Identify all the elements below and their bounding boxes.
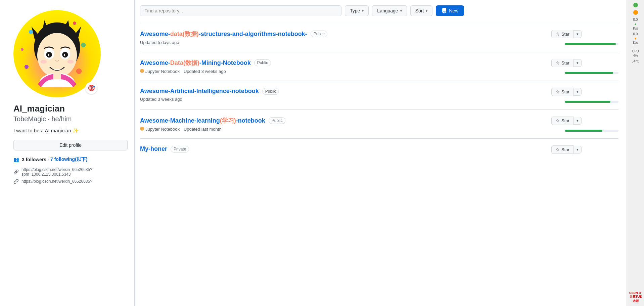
repo-meta-4: Jupyter Notebook Updated last month [140, 127, 551, 132]
star-button-5[interactable]: ☆ Star [551, 145, 574, 154]
repo-name-highlight-4: (学习) [220, 117, 236, 124]
repo-name-prefix-4: Awesome-Machine-learning [140, 117, 220, 124]
followers-icon: 👥 [13, 157, 19, 162]
type-chevron-icon: ▾ [362, 9, 364, 13]
svg-point-15 [67, 60, 74, 63]
repo-name-row-1: Awesome-data(数据)-structures-and-algorith… [140, 30, 551, 38]
language-chevron-icon: ▾ [400, 9, 402, 13]
type-label: Type [350, 8, 360, 13]
lang-dot-4: Jupyter Notebook [140, 127, 180, 132]
repo-actions-3: ☆ Star ▾ [551, 88, 618, 103]
repo-name-link-1[interactable]: Awesome-data(数据)-structures-and-algorith… [140, 30, 307, 38]
repo-name-highlight-2: Data(数据) [170, 59, 199, 66]
sort-label: Sort [415, 8, 424, 13]
star-icon-2: ☆ [556, 60, 560, 65]
repo-list: Awesome-data(数据)-structures-and-algorith… [140, 23, 618, 161]
new-repo-button[interactable]: New [436, 5, 464, 16]
search-input[interactable] [140, 5, 341, 16]
svg-point-14 [40, 60, 47, 63]
star-label-3: Star [561, 89, 569, 94]
repo-visibility-3: Public [262, 88, 279, 95]
star-button-4[interactable]: ☆ Star [551, 117, 574, 125]
repo-info-2: Awesome-Data(数据)-Mining-Notebook Public … [140, 59, 551, 74]
star-btn-group-2: ☆ Star ▾ [551, 59, 582, 67]
star-button-1[interactable]: ☆ Star [551, 30, 574, 38]
repo-name-link-5[interactable]: My-honer [140, 145, 167, 152]
status-dot-green [633, 3, 638, 7]
star-btn-group-1: ☆ Star ▾ [551, 30, 582, 38]
progress-bar-container-1 [565, 43, 618, 45]
star-label-4: Star [561, 118, 569, 123]
followers-info: 👥 3 followers · 7 following(以下) [13, 157, 126, 163]
repo-actions-1: ☆ Star ▾ [551, 30, 618, 45]
lang-dot-2: Jupyter Notebook [140, 69, 180, 74]
star-icon-5: ☆ [556, 147, 560, 152]
svg-text:✦: ✦ [63, 53, 66, 57]
repo-updated-2: Updated 3 weeks ago [184, 69, 226, 74]
language-dropdown-button[interactable]: Language ▾ [372, 5, 407, 16]
new-repo-icon [442, 8, 447, 13]
link-url-2[interactable]: https://blog.csdn.net/weixin_66526635? [21, 179, 92, 184]
repo-name-row-4: Awesome-Machine-learning(学习)-notebook Pu… [140, 117, 551, 125]
sort-dropdown-button[interactable]: Sort ▾ [410, 5, 433, 16]
link-icon-2 [13, 179, 19, 184]
repo-updated-1: Updated 5 days ago [140, 40, 179, 45]
repo-actions-2: ☆ Star ▾ [551, 59, 618, 74]
star-button-2[interactable]: ☆ Star [551, 59, 574, 67]
repo-info-4: Awesome-Machine-learning(学习)-notebook Pu… [140, 117, 551, 132]
repo-actions-4: ☆ Star ▾ [551, 117, 618, 132]
progress-bar-1 [565, 43, 616, 45]
edit-profile-button[interactable]: Edit profile [13, 140, 128, 150]
repo-name-link-4[interactable]: Awesome-Machine-learning(学习)-notebook [140, 117, 265, 125]
stat-download-unit: K/s [633, 41, 638, 45]
star-dropdown-1[interactable]: ▾ [574, 30, 582, 38]
repo-name-row-2: Awesome-Data(数据)-Mining-Notebook Public [140, 59, 551, 67]
stat-download-value: 0.0 [633, 32, 638, 36]
user-handle: TobeMagic · he/him [13, 115, 126, 123]
star-button-3[interactable]: ☆ Star [551, 88, 574, 96]
repo-name-row-3: Awesome-Artificial-Intelligence-notebook… [140, 88, 551, 95]
username: AI_magician [13, 103, 126, 114]
table-row: Awesome-Machine-learning(学习)-notebook Pu… [140, 110, 618, 138]
table-row: Awesome-Artificial-Intelligence-notebook… [140, 81, 618, 110]
star-dropdown-3[interactable]: ▾ [574, 88, 582, 96]
progress-bar-3 [565, 101, 610, 103]
star-dropdown-2[interactable]: ▾ [574, 59, 582, 67]
stat-upload-value: 0.0 [633, 17, 638, 22]
cpu-value: 4% [632, 53, 639, 58]
repo-name-row-5: My-honer Private [140, 145, 551, 152]
repo-name-full-5: My-honer [140, 145, 167, 152]
following-link[interactable]: 7 following(以下) [50, 157, 87, 163]
star-dropdown-5[interactable]: ▾ [574, 146, 582, 154]
cpu-label: CPU [632, 49, 639, 53]
svg-text:✦: ✦ [47, 53, 50, 57]
progress-bar-container-3 [565, 101, 618, 103]
star-icon-4: ☆ [556, 118, 560, 123]
stat-download: 0.0 ▼ K/s [633, 32, 638, 45]
star-label-2: Star [561, 60, 569, 65]
language-label: Language [377, 8, 398, 13]
repo-name-link-2[interactable]: Awesome-Data(数据)-Mining-Notebook [140, 59, 251, 67]
repo-info-1: Awesome-data(数据)-structures-and-algorith… [140, 30, 551, 45]
star-label-1: Star [561, 32, 569, 37]
link-url-1[interactable]: https://blog.csdn.net/weixin_66526635?sp… [21, 167, 126, 177]
progress-bar-container-4 [565, 130, 618, 132]
svg-point-5 [37, 33, 77, 78]
repo-visibility-4: Public [269, 117, 286, 124]
repo-name-link-3[interactable]: Awesome-Artificial-Intelligence-notebook [140, 88, 259, 95]
star-dropdown-4[interactable]: ▾ [574, 117, 582, 125]
repo-updated-4: Updated last month [184, 127, 222, 132]
progress-bar-4 [565, 130, 602, 132]
repo-name-prefix-1: Awesome- [140, 31, 170, 37]
temp-value: 54°C [632, 59, 639, 63]
repo-info-5: My-honer Private [140, 145, 551, 155]
table-row: Awesome-data(数据)-structures-and-algorith… [140, 23, 618, 52]
type-dropdown-button[interactable]: Type ▾ [345, 5, 369, 16]
user-bio: I want to be a AI magician ✨ [13, 128, 126, 134]
table-row: My-honer Private ☆ Star ▾ [140, 138, 618, 161]
repo-name-prefix-2: Awesome- [140, 59, 170, 66]
link-icon-1 [13, 169, 19, 175]
repo-visibility-2: Public [254, 59, 271, 66]
repo-visibility-1: Public [311, 31, 328, 37]
followers-separator: · [48, 157, 49, 162]
